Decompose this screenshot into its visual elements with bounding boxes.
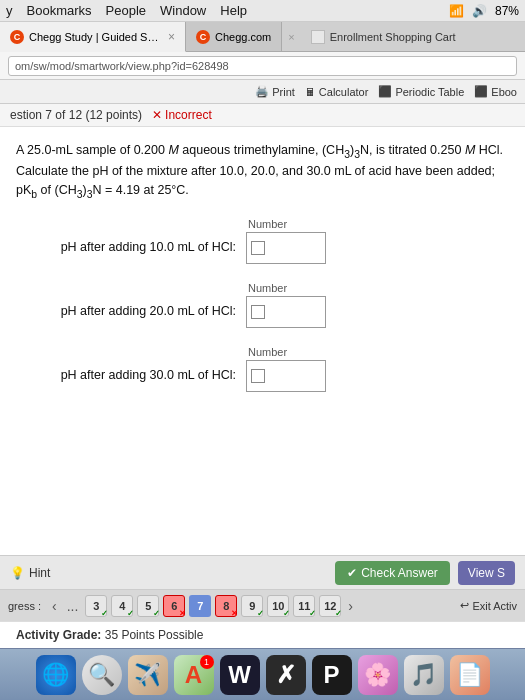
periodic-table-btn[interactable]: ⬛ Periodic Table xyxy=(378,85,464,98)
input-group-3: pH after adding 30.0 mL of HCl: Number xyxy=(16,346,509,392)
periodic-label: Periodic Table xyxy=(395,86,464,98)
progress-item-9[interactable]: 9✓ xyxy=(241,595,263,617)
activity-grade: Activity Grade: 35 Points Possible xyxy=(0,621,525,648)
problem-text: A 25.0-mL sample of 0.200 M aqueous trim… xyxy=(16,141,509,202)
address-url[interactable]: om/sw/mod/smartwork/view.php?id=628498 xyxy=(8,56,517,76)
menu-help[interactable]: Help xyxy=(220,3,247,18)
ebook-label: Eboo xyxy=(491,86,517,98)
activity-grade-value: 35 Points Possible xyxy=(105,628,204,642)
page-doc-icon xyxy=(311,30,325,44)
dock-icon-app4[interactable]: A 1 xyxy=(174,655,214,695)
menubar-right: 📶 🔊 87% xyxy=(449,4,519,18)
exit-icon: ↩ xyxy=(460,599,469,612)
question-header: estion 7 of 12 (12 points) ✕ Incorrect xyxy=(0,104,525,127)
bottom-action-bar: 💡 Hint ✔ Check Answer View S xyxy=(0,555,525,589)
progress-item-5[interactable]: 5✓ xyxy=(137,595,159,617)
input-box-2[interactable] xyxy=(246,296,326,328)
incorrect-text: Incorrect xyxy=(165,108,212,122)
page-wrapper: y Bookmarks People Window Help 📶 🔊 87% C… xyxy=(0,0,525,700)
checkbox-1[interactable] xyxy=(251,241,265,255)
enrollment-label: Enrollment Shopping Cart xyxy=(330,31,456,43)
checkbox-2[interactable] xyxy=(251,305,265,319)
number-label-3: Number xyxy=(246,346,287,358)
input-group-2: pH after adding 20.0 mL of HCl: Number xyxy=(16,282,509,328)
dock-icon-p[interactable]: P xyxy=(312,655,352,695)
progress-prev2[interactable]: ... xyxy=(64,598,82,614)
progress-item-8[interactable]: 8✕ xyxy=(215,595,237,617)
battery-pct: 87% xyxy=(495,4,519,18)
tab-chegg-study[interactable]: C Chegg Study | Guided Solution × xyxy=(0,22,186,52)
tab1-close[interactable]: × xyxy=(168,30,175,44)
dock-icon-x[interactable]: ✗ xyxy=(266,655,306,695)
calculator-icon: 🖩 xyxy=(305,86,316,98)
progress-label: gress : xyxy=(8,600,41,612)
tab-enrollment[interactable]: Enrollment Shopping Cart xyxy=(301,22,466,51)
periodic-icon: ⬛ xyxy=(378,85,392,98)
exit-label: Exit Activ xyxy=(472,600,517,612)
input-label-2: pH after adding 20.0 mL of HCl: xyxy=(16,282,236,318)
progress-item-4[interactable]: 4✓ xyxy=(111,595,133,617)
content-area: estion 7 of 12 (12 points) ✕ Incorrect A… xyxy=(0,104,525,700)
dock-icon-music[interactable]: 🎵 xyxy=(404,655,444,695)
input-group-1: pH after adding 10.0 mL of HCl: Number xyxy=(16,218,509,264)
view-solution-button[interactable]: View S xyxy=(458,561,515,585)
dock-icon-w[interactable]: W xyxy=(220,655,260,695)
progress-item-3[interactable]: 3✓ xyxy=(85,595,107,617)
menubar: y Bookmarks People Window Help 📶 🔊 87% xyxy=(0,0,525,22)
check-icon: ✔ xyxy=(347,566,357,580)
check-answer-button[interactable]: ✔ Check Answer xyxy=(335,561,450,585)
progress-item-7[interactable]: 7 xyxy=(189,595,211,617)
tabbar: C Chegg Study | Guided Solution × C Cheg… xyxy=(0,22,525,52)
calculator-label: Calculator xyxy=(319,86,369,98)
menu-people[interactable]: People xyxy=(106,3,146,18)
wifi-icon: 📶 xyxy=(449,4,464,18)
input-wrapper-3: Number xyxy=(246,346,326,392)
dock-icon-search[interactable]: 🔍 xyxy=(82,655,122,695)
input-wrapper-2: Number xyxy=(246,282,326,328)
dock-icon-doc[interactable]: 📄 xyxy=(450,655,490,695)
toolbar: 🖨️ Print 🖩 Calculator ⬛ Periodic Table ⬛… xyxy=(0,80,525,104)
progress-next[interactable]: › xyxy=(345,598,356,614)
activity-grade-label: Activity Grade: xyxy=(16,628,101,642)
menu-window[interactable]: Window xyxy=(160,3,206,18)
url-text: om/sw/mod/smartwork/view.php?id=628498 xyxy=(15,60,229,72)
number-label-1: Number xyxy=(246,218,287,230)
exit-button[interactable]: ↩ Exit Activ xyxy=(460,599,517,612)
question-number: estion 7 of 12 (12 points) xyxy=(10,108,142,122)
menu-y[interactable]: y xyxy=(6,3,13,18)
ebook-btn[interactable]: ⬛ Eboo xyxy=(474,85,517,98)
progress-prev[interactable]: ‹ xyxy=(49,598,60,614)
addressbar: om/sw/mod/smartwork/view.php?id=628498 xyxy=(0,52,525,80)
volume-icon: 🔊 xyxy=(472,4,487,18)
battery-indicator: 87% xyxy=(495,4,519,18)
print-label: Print xyxy=(272,86,295,98)
incorrect-badge: ✕ Incorrect xyxy=(152,108,212,122)
tab-chegg-com[interactable]: C Chegg.com xyxy=(186,22,282,51)
main-content: A 25.0-mL sample of 0.200 M aqueous trim… xyxy=(0,127,525,555)
input-box-1[interactable] xyxy=(246,232,326,264)
dock: 🌐 🔍 ✈️ A 1 W ✗ P 🌸 🎵 📄 xyxy=(0,648,525,700)
dock-icon-app3[interactable]: ✈️ xyxy=(128,655,168,695)
input-box-3[interactable] xyxy=(246,360,326,392)
dock-badge: 1 xyxy=(200,655,214,669)
input-wrapper-1: Number xyxy=(246,218,326,264)
print-btn[interactable]: 🖨️ Print xyxy=(255,85,295,98)
dock-icon-flower[interactable]: 🌸 xyxy=(358,655,398,695)
view-label: View S xyxy=(468,566,505,580)
progress-item-12[interactable]: 12✓ xyxy=(319,595,341,617)
progress-item-10[interactable]: 10✓ xyxy=(267,595,289,617)
calculator-btn[interactable]: 🖩 Calculator xyxy=(305,86,369,98)
menu-bookmarks[interactable]: Bookmarks xyxy=(27,3,92,18)
x-icon: ✕ xyxy=(152,108,162,122)
chegg2-favicon: C xyxy=(196,30,210,44)
tab1-label: Chegg Study | Guided Solution xyxy=(29,31,159,43)
tab2-label: Chegg.com xyxy=(215,31,271,43)
bulb-icon: 💡 xyxy=(10,566,25,580)
ebook-icon: ⬛ xyxy=(474,85,488,98)
checkbox-3[interactable] xyxy=(251,369,265,383)
progress-item-11[interactable]: 11✓ xyxy=(293,595,315,617)
dock-icon-browser[interactable]: 🌐 xyxy=(36,655,76,695)
hint-button[interactable]: 💡 Hint xyxy=(10,566,50,580)
hint-label: Hint xyxy=(29,566,50,580)
progress-item-6[interactable]: 6✕ xyxy=(163,595,185,617)
